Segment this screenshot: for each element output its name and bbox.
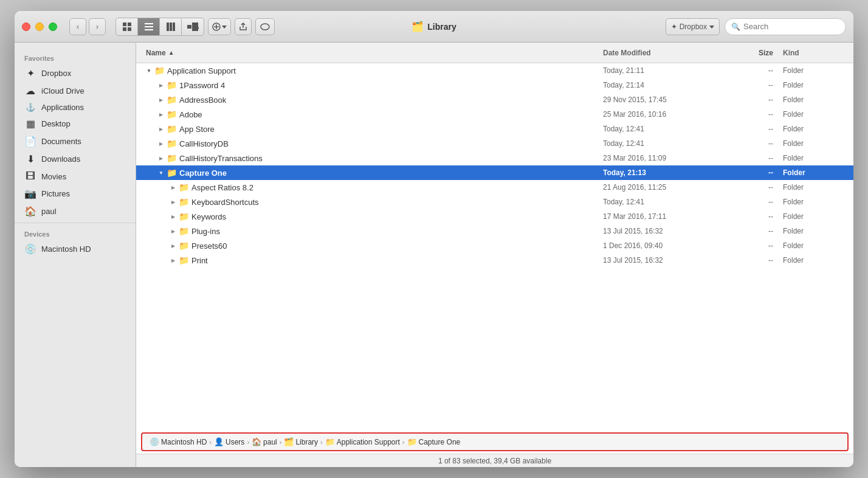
expand-triangle[interactable]: ▶ [158,141,164,147]
svg-marker-16 [222,26,227,29]
file-date: 17 Mar 2016, 17:11 [603,212,725,221]
folder-icon: 📁 [179,226,189,236]
list-view-button[interactable] [138,18,160,35]
cover-flow-button[interactable]: ▾ [182,18,204,35]
svg-rect-4 [145,23,153,24]
sidebar-item-movies[interactable]: 🎞 Movies [15,168,136,185]
folder-icon: 📁 [167,124,177,134]
file-date: 29 Nov 2015, 17:45 [603,95,725,104]
sidebar-item-macintosh-hd[interactable]: 💿 Macintosh HD [15,240,136,258]
table-row[interactable]: ▶ 📁 Print 13 Jul 2015, 16:32 -- Folder [136,253,853,268]
column-view-button[interactable] [160,18,182,35]
file-size: -- [725,212,773,221]
expand-triangle[interactable]: ▼ [146,68,152,74]
expand-triangle[interactable]: ▶ [158,156,164,161]
sidebar-item-documents[interactable]: 📄 Documents [15,133,136,150]
table-row[interactable]: ▶ 📁 App Store Today, 12:41 -- Folder [136,122,853,136]
table-row[interactable]: ▶ 📁 AddressBook 29 Nov 2015, 17:45 -- Fo… [136,92,853,107]
sidebar-item-desktop[interactable]: ▦ Desktop [15,115,136,133]
table-row[interactable]: ▶ 📁 CallHistoryDB Today, 12:41 -- Folder [136,136,853,151]
file-name: Capture One [179,168,227,178]
expand-triangle[interactable]: ▶ [170,229,176,234]
table-row[interactable]: ▶ 📁 Keywords 17 Mar 2016, 17:11 -- Folde… [136,209,853,224]
pictures-icon: 📷 [24,188,36,199]
col-name-header[interactable]: Name ▲ [146,49,603,57]
path-item-macintosh[interactable]: 💿 Macintosh HD [150,437,207,446]
folder-icon: 📁 [179,197,189,207]
expand-triangle[interactable]: ▶ [170,185,176,190]
expand-triangle[interactable]: ▶ [158,112,164,117]
sidebar-item-pictures[interactable]: 📷 Pictures [15,185,136,203]
library-path-icon: 🗂️ [284,437,294,446]
sidebar-item-icloud[interactable]: ☁ iCloud Drive [15,82,136,100]
file-kind: Folder [783,198,844,206]
table-row[interactable]: ▶ 📁 CallHistoryTransactions 23 Mar 2016,… [136,151,853,165]
svg-point-18 [261,24,269,30]
expand-triangle[interactable]: ▶ [170,258,176,263]
expand-triangle[interactable]: ▶ [158,126,164,132]
file-name-cell: ▶ 📁 Presets60 [170,241,603,251]
sidebar-item-pictures-label: Pictures [41,189,70,198]
icloud-icon: ☁ [24,85,36,97]
file-name-cell: ▶ 📁 AddressBook [158,95,603,105]
action-button[interactable] [208,18,231,35]
back-button[interactable]: ‹ [69,18,86,35]
table-row[interactable]: ▶ 📁 Plug-ins 13 Jul 2015, 16:32 -- Folde… [136,224,853,238]
expand-triangle[interactable]: ▶ [170,243,176,249]
table-row[interactable]: ▼ 📁 Application Support Today, 21:11 -- … [136,63,853,78]
file-size: -- [725,183,773,192]
path-bar-container: 💿 Macintosh HD › 👤 Users › 🏠 paul › [136,430,853,454]
expand-triangle[interactable]: ▶ [170,199,176,205]
icon-view-button[interactable] [116,18,138,35]
expand-triangle[interactable]: ▶ [158,97,164,103]
path-label-captureone: Capture One [419,438,461,446]
table-row[interactable]: ▶ 📁 Aspect Ratios 8.2 21 Aug 2016, 11:25… [136,180,853,195]
folder-icon: 📁 [167,153,177,163]
sort-arrow: ▲ [168,49,174,56]
file-size: -- [725,81,773,89]
sidebar-item-paul[interactable]: 🏠 paul [15,203,136,220]
main-content: Favorites ✦ Dropbox ☁ iCloud Drive ⚓ App… [15,43,853,467]
expand-triangle[interactable]: ▶ [158,83,164,88]
expand-triangle[interactable]: ▶ [170,214,176,220]
file-size: -- [725,110,773,119]
favorites-section-title: Favorites [15,50,136,64]
path-item-appsupport[interactable]: 📁 Application Support [325,437,400,446]
search-box[interactable]: 🔍 [725,18,846,35]
file-name-cell: ▶ 📁 CallHistoryTransactions [158,153,603,163]
table-row[interactable]: ▶ 📁 KeyboardShortcuts Today, 12:41 -- Fo… [136,195,853,209]
sidebar-item-applications[interactable]: ⚓ Applications [15,100,136,115]
path-label-paul: paul [263,438,277,446]
path-item-paul[interactable]: 🏠 paul [252,437,277,446]
close-button[interactable] [22,23,30,31]
expand-triangle[interactable]: ▼ [158,170,164,176]
file-area: Name ▲ Date Modified Size Kind ▼ 📁 Appli… [136,43,853,467]
col-kind-header[interactable]: Kind [783,49,844,57]
file-name: AddressBook [179,95,226,105]
file-size: -- [725,125,773,133]
search-input[interactable] [743,22,839,31]
share-button[interactable] [235,18,252,35]
sidebar-item-dropbox[interactable]: ✦ Dropbox [15,64,136,82]
path-item-library[interactable]: 🗂️ Library [284,437,318,446]
minimize-button[interactable] [35,23,44,31]
table-row[interactable]: ▶ 📁 Presets60 1 Dec 2016, 09:40 -- Folde… [136,238,853,253]
forward-button[interactable]: › [89,18,106,35]
path-label-library: Library [295,438,318,446]
tag-button[interactable] [255,18,275,35]
path-item-users[interactable]: 👤 Users [214,437,244,446]
file-date: Today, 21:11 [603,66,725,75]
dropbox-button[interactable]: ✦ Dropbox [666,18,720,35]
table-row[interactable]: ▼ 📁 Capture One Today, 21:13 -- Folder [136,165,853,180]
table-row[interactable]: ▶ 📁 Adobe 25 Mar 2016, 10:16 -- Folder [136,107,853,122]
col-size-header[interactable]: Size [725,49,773,57]
sidebar: Favorites ✦ Dropbox ☁ iCloud Drive ⚓ App… [15,43,136,467]
maximize-button[interactable] [49,23,57,31]
nav-buttons: ‹ › [69,18,106,35]
sidebar-item-downloads[interactable]: ⬇ Downloads [15,150,136,168]
table-row[interactable]: ▶ 📁 1Password 4 Today, 21:14 -- Folder [136,78,853,92]
folder-icon: 📁 [179,212,189,221]
col-date-header[interactable]: Date Modified [603,49,725,57]
file-name: App Store [179,125,215,134]
path-item-captureone[interactable]: 📁 Capture One [407,437,461,446]
